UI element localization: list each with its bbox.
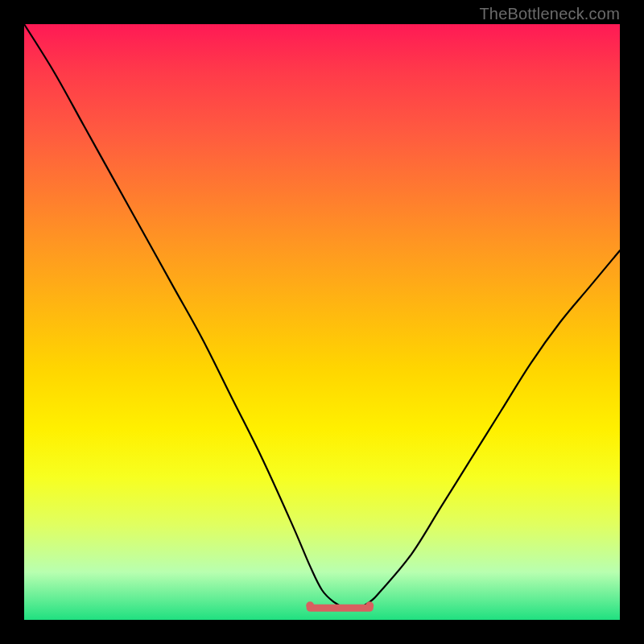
curve-layer xyxy=(24,24,620,620)
plot-area xyxy=(24,24,620,620)
attribution-text: TheBottleneck.com xyxy=(479,5,620,23)
flat-trough-endpoint-right xyxy=(365,601,374,609)
flat-trough-endpoint-left xyxy=(306,601,314,609)
bottleneck-curve xyxy=(24,24,620,609)
chart-stage: TheBottleneck.com xyxy=(0,0,644,644)
